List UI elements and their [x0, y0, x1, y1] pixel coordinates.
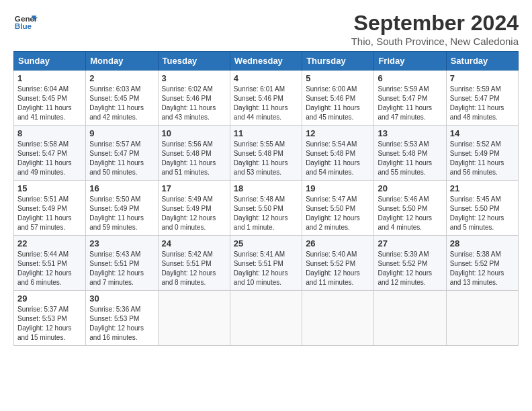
cell-info: Sunrise: 5:49 AM Sunset: 5:49 PM Dayligh… [162, 195, 226, 232]
calendar-week-4: 22Sunrise: 5:44 AM Sunset: 5:51 PM Dayli… [14, 236, 519, 291]
day-number: 15 [17, 183, 82, 193]
cell-info: Sunrise: 5:58 AM Sunset: 5:47 PM Dayligh… [17, 140, 82, 177]
calendar-cell: 17Sunrise: 5:49 AM Sunset: 5:49 PM Dayli… [158, 181, 230, 236]
cell-info: Sunrise: 5:42 AM Sunset: 5:51 PM Dayligh… [162, 250, 226, 287]
day-number: 21 [450, 183, 515, 193]
cell-info: Sunrise: 5:50 AM Sunset: 5:49 PM Dayligh… [89, 195, 154, 232]
calendar-cell: 29Sunrise: 5:37 AM Sunset: 5:53 PM Dayli… [14, 291, 86, 346]
cell-info: Sunrise: 5:48 AM Sunset: 5:50 PM Dayligh… [234, 195, 298, 232]
day-number: 5 [306, 73, 370, 83]
day-number: 16 [89, 183, 154, 193]
cell-info: Sunrise: 6:03 AM Sunset: 5:45 PM Dayligh… [89, 85, 154, 122]
calendar-cell: 14Sunrise: 5:52 AM Sunset: 5:49 PM Dayli… [446, 126, 518, 181]
cell-info: Sunrise: 5:38 AM Sunset: 5:52 PM Dayligh… [450, 250, 515, 287]
day-number: 4 [234, 73, 298, 83]
calendar-table: SundayMondayTuesdayWednesdayThursdayFrid… [13, 51, 519, 346]
cell-info: Sunrise: 5:46 AM Sunset: 5:50 PM Dayligh… [378, 195, 442, 232]
cell-info: Sunrise: 5:56 AM Sunset: 5:48 PM Dayligh… [162, 140, 226, 177]
weekday-header-row: SundayMondayTuesdayWednesdayThursdayFrid… [14, 52, 519, 71]
svg-text:Blue: Blue [15, 21, 32, 30]
day-number: 25 [234, 238, 298, 248]
calendar-week-5: 29Sunrise: 5:37 AM Sunset: 5:53 PM Dayli… [14, 291, 519, 346]
calendar-week-2: 8Sunrise: 5:58 AM Sunset: 5:47 PM Daylig… [14, 126, 519, 181]
calendar-cell: 25Sunrise: 5:41 AM Sunset: 5:51 PM Dayli… [230, 236, 302, 291]
calendar-cell: 16Sunrise: 5:50 AM Sunset: 5:49 PM Dayli… [86, 181, 158, 236]
weekday-header-friday: Friday [374, 52, 446, 71]
cell-info: Sunrise: 5:43 AM Sunset: 5:51 PM Dayligh… [89, 250, 154, 287]
month-year: September 2024 [351, 11, 519, 36]
day-number: 28 [450, 238, 515, 248]
calendar-cell [230, 291, 302, 346]
calendar-cell [158, 291, 230, 346]
cell-info: Sunrise: 6:04 AM Sunset: 5:45 PM Dayligh… [17, 85, 82, 122]
cell-info: Sunrise: 5:53 AM Sunset: 5:48 PM Dayligh… [378, 140, 442, 177]
day-number: 24 [162, 238, 226, 248]
calendar-week-3: 15Sunrise: 5:51 AM Sunset: 5:49 PM Dayli… [14, 181, 519, 236]
day-number: 29 [17, 293, 82, 304]
calendar-cell: 24Sunrise: 5:42 AM Sunset: 5:51 PM Dayli… [158, 236, 230, 291]
cell-info: Sunrise: 5:51 AM Sunset: 5:49 PM Dayligh… [17, 195, 82, 232]
calendar-cell [374, 291, 446, 346]
day-number: 22 [17, 238, 82, 248]
cell-info: Sunrise: 5:52 AM Sunset: 5:49 PM Dayligh… [450, 140, 515, 177]
calendar-cell: 10Sunrise: 5:56 AM Sunset: 5:48 PM Dayli… [158, 126, 230, 181]
cell-info: Sunrise: 5:57 AM Sunset: 5:47 PM Dayligh… [89, 140, 154, 177]
cell-info: Sunrise: 5:37 AM Sunset: 5:53 PM Dayligh… [17, 305, 82, 342]
day-number: 27 [378, 238, 442, 248]
calendar-cell: 23Sunrise: 5:43 AM Sunset: 5:51 PM Dayli… [86, 236, 158, 291]
calendar-cell: 12Sunrise: 5:54 AM Sunset: 5:48 PM Dayli… [302, 126, 374, 181]
calendar-cell: 6Sunrise: 5:59 AM Sunset: 5:47 PM Daylig… [374, 71, 446, 126]
calendar-cell: 30Sunrise: 5:36 AM Sunset: 5:53 PM Dayli… [86, 291, 158, 346]
calendar-cell [446, 291, 518, 346]
calendar-cell: 3Sunrise: 6:02 AM Sunset: 5:46 PM Daylig… [158, 71, 230, 126]
weekday-header-tuesday: Tuesday [158, 52, 230, 71]
title-area: September 2024 Thio, South Province, New… [351, 11, 519, 47]
day-number: 9 [89, 128, 154, 138]
day-number: 7 [450, 73, 515, 83]
cell-info: Sunrise: 5:44 AM Sunset: 5:51 PM Dayligh… [17, 250, 82, 287]
day-number: 3 [162, 73, 226, 83]
day-number: 1 [17, 73, 82, 83]
day-number: 23 [89, 238, 154, 248]
cell-info: Sunrise: 6:01 AM Sunset: 5:46 PM Dayligh… [234, 85, 298, 122]
day-number: 17 [162, 183, 226, 193]
cell-info: Sunrise: 6:02 AM Sunset: 5:46 PM Dayligh… [162, 85, 226, 122]
cell-info: Sunrise: 5:55 AM Sunset: 5:48 PM Dayligh… [234, 140, 298, 177]
day-number: 11 [234, 128, 298, 138]
weekday-header-sunday: Sunday [14, 52, 86, 71]
weekday-header-saturday: Saturday [446, 52, 518, 71]
weekday-header-monday: Monday [86, 52, 158, 71]
calendar-cell: 20Sunrise: 5:46 AM Sunset: 5:50 PM Dayli… [374, 181, 446, 236]
calendar-cell: 13Sunrise: 5:53 AM Sunset: 5:48 PM Dayli… [374, 126, 446, 181]
calendar-cell: 8Sunrise: 5:58 AM Sunset: 5:47 PM Daylig… [14, 126, 86, 181]
cell-info: Sunrise: 5:39 AM Sunset: 5:52 PM Dayligh… [378, 250, 442, 287]
calendar-cell: 18Sunrise: 5:48 AM Sunset: 5:50 PM Dayli… [230, 181, 302, 236]
page-header: General Blue September 2024 Thio, South … [13, 11, 519, 47]
calendar-cell: 2Sunrise: 6:03 AM Sunset: 5:45 PM Daylig… [86, 71, 158, 126]
cell-info: Sunrise: 5:41 AM Sunset: 5:51 PM Dayligh… [234, 250, 298, 287]
calendar-cell: 11Sunrise: 5:55 AM Sunset: 5:48 PM Dayli… [230, 126, 302, 181]
calendar-cell: 22Sunrise: 5:44 AM Sunset: 5:51 PM Dayli… [14, 236, 86, 291]
calendar-cell: 28Sunrise: 5:38 AM Sunset: 5:52 PM Dayli… [446, 236, 518, 291]
calendar-cell: 7Sunrise: 5:59 AM Sunset: 5:47 PM Daylig… [446, 71, 518, 126]
day-number: 8 [17, 128, 82, 138]
day-number: 6 [378, 73, 442, 83]
day-number: 18 [234, 183, 298, 193]
cell-info: Sunrise: 5:54 AM Sunset: 5:48 PM Dayligh… [306, 140, 370, 177]
calendar-cell: 26Sunrise: 5:40 AM Sunset: 5:52 PM Dayli… [302, 236, 374, 291]
logo: General Blue [13, 11, 38, 35]
day-number: 19 [306, 183, 370, 193]
calendar-cell: 15Sunrise: 5:51 AM Sunset: 5:49 PM Dayli… [14, 181, 86, 236]
calendar-week-1: 1Sunrise: 6:04 AM Sunset: 5:45 PM Daylig… [14, 71, 519, 126]
calendar-cell: 19Sunrise: 5:47 AM Sunset: 5:50 PM Dayli… [302, 181, 374, 236]
cell-info: Sunrise: 5:36 AM Sunset: 5:53 PM Dayligh… [89, 305, 154, 342]
day-number: 2 [89, 73, 154, 83]
calendar-cell: 4Sunrise: 6:01 AM Sunset: 5:46 PM Daylig… [230, 71, 302, 126]
calendar-cell: 27Sunrise: 5:39 AM Sunset: 5:52 PM Dayli… [374, 236, 446, 291]
day-number: 13 [378, 128, 442, 138]
calendar-cell: 21Sunrise: 5:45 AM Sunset: 5:50 PM Dayli… [446, 181, 518, 236]
day-number: 10 [162, 128, 226, 138]
day-number: 12 [306, 128, 370, 138]
weekday-header-thursday: Thursday [302, 52, 374, 71]
weekday-header-wednesday: Wednesday [230, 52, 302, 71]
